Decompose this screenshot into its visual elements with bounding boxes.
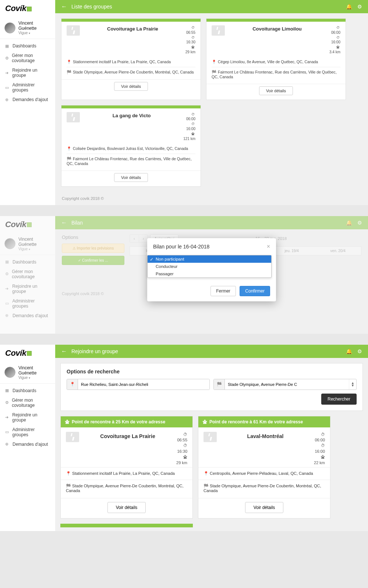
role-dropdown: Non participant Conducteur Passager xyxy=(147,255,272,278)
user-block[interactable]: Vincent Guénette Vigue xyxy=(0,17,55,39)
calendar-nav: ‹ › xyxy=(130,234,148,243)
group-card: Covoiturage Limoilou ⏱06:00 ⏱16:00 🛣 3.4… xyxy=(206,18,346,100)
user-sub[interactable]: Vigue xyxy=(18,376,51,380)
settings-icon: ⚙ xyxy=(357,220,362,226)
nav-join[interactable]: ➔Rejoindre un groupe xyxy=(0,410,55,425)
nav-dashboards[interactable]: ▦Dashboards xyxy=(0,386,55,395)
options-heading: Options xyxy=(62,234,124,240)
group-title: La gang de Victo xyxy=(84,112,179,141)
clock-icon: ⏱ xyxy=(329,25,340,30)
page-title: Rejoindre un groupe xyxy=(71,348,118,354)
prev-icon: ‹ xyxy=(130,235,139,242)
footer: Copyright covik 2018 © xyxy=(55,192,368,205)
close-icon[interactable]: × xyxy=(267,243,270,250)
user-sub[interactable]: Vigue xyxy=(18,31,51,35)
flag-icon: 🏁 xyxy=(66,484,71,488)
window-icon: ▭ xyxy=(5,85,9,90)
details-button[interactable]: Voir détails xyxy=(107,502,146,513)
pin-icon: 📍 xyxy=(67,146,71,151)
group-title: Covoiturage Limoilou xyxy=(229,25,325,55)
user-block: Vincent Guénette Vigue xyxy=(0,233,55,255)
clock-icon: ⏱ xyxy=(185,25,195,30)
nav-join: ➔Rejoindre un groupe xyxy=(0,282,55,296)
details-button[interactable]: Voir détails xyxy=(245,502,284,513)
option-passager[interactable]: Passager xyxy=(148,270,271,277)
pin-icon: 📍 xyxy=(66,471,71,476)
nav-admin[interactable]: ▭Administrer groupes xyxy=(0,425,55,440)
clock-icon: ⏱ xyxy=(314,432,325,437)
flag-icon: 🏁 xyxy=(67,70,71,74)
user-block[interactable]: Vincent Guénette Vigue xyxy=(0,362,55,383)
gear-icon: ⚙ xyxy=(5,400,9,405)
nav-manage[interactable]: ⚙Gérer mon covoiturage xyxy=(0,395,55,410)
option-non-participant[interactable]: Non participant xyxy=(148,255,271,263)
road-small-icon: 🛣 xyxy=(314,454,325,460)
pin-icon: 📍 xyxy=(204,471,209,476)
road-small-icon: 🛣 xyxy=(185,45,195,50)
road-small-icon: 🛣 xyxy=(203,419,207,424)
arrow-right-icon: ➔ xyxy=(5,71,9,75)
road-small-icon: 🛣 xyxy=(183,132,195,136)
plus-circle-icon: ⊕ xyxy=(5,97,10,102)
result-card-header: 🛣Point de rencontre à 25 Km de votre adr… xyxy=(61,416,192,427)
page-title: Bilan xyxy=(71,220,83,226)
nav-manage[interactable]: ⚙Gérer mon covoiturage xyxy=(0,51,55,65)
avatar xyxy=(4,238,15,249)
nav-dashboards: ▦Dashboards xyxy=(0,257,55,267)
confirm-button[interactable]: Confirmer xyxy=(240,286,270,296)
search-heading: Options de recherche xyxy=(67,369,357,374)
gear-icon: ⚙ xyxy=(5,56,9,61)
settings-icon[interactable]: ⚙ xyxy=(357,348,362,354)
back-icon[interactable]: ← xyxy=(61,348,67,355)
nav-requests[interactable]: ⊕Demandes d'ajout xyxy=(0,95,55,104)
group-title: Covoiturage La Prairie xyxy=(84,432,172,466)
option-conducteur[interactable]: Conducteur xyxy=(148,263,271,270)
brand-logo: Covík xyxy=(0,216,55,233)
nav-requests[interactable]: ⊕Demandes d'ajout xyxy=(0,440,55,449)
close-button[interactable]: Fermer xyxy=(210,286,236,296)
plus-circle-icon: ⊕ xyxy=(5,442,10,447)
back-icon: ← xyxy=(61,219,67,226)
avatar xyxy=(4,22,15,33)
clock-icon: ⏱ xyxy=(183,112,195,117)
nav-admin: ▭Administrer groupes xyxy=(0,296,55,311)
search-button[interactable]: Rechercher xyxy=(321,394,357,405)
search-panel: Options de recherche 📍 🏁 ▲▼ Rechercher xyxy=(60,363,363,411)
details-button[interactable]: Voir détails xyxy=(114,82,148,91)
confirm-week-button: ✓ Confirmer les ... xyxy=(62,256,124,265)
nav-admin[interactable]: ▭Administrer groupes xyxy=(0,80,55,95)
flag-icon: 🏁 xyxy=(204,484,209,488)
road-small-icon: 🛣 xyxy=(329,45,340,50)
flag-icon: 🏁 xyxy=(212,70,216,74)
group-card: La gang de Victo ⏱06:00 ⏱16:00 🛣 121 km … xyxy=(61,105,201,187)
back-icon[interactable]: ← xyxy=(61,3,67,10)
nav-join[interactable]: ➔Rejoindre un groupe xyxy=(0,65,55,80)
nav-dashboards[interactable]: ▦Dashboards xyxy=(0,41,55,51)
bilan-modal: Bilan pour le 16-04-2018 × ▲▼ Non partic… xyxy=(147,238,276,301)
grid-icon: ▦ xyxy=(5,44,10,49)
clock-icon: ⏱ xyxy=(314,443,325,448)
result-card-header: 🛣Point de rencontre à 61 Km de votre adr… xyxy=(198,416,330,427)
details-button[interactable]: Voir détails xyxy=(259,86,293,95)
bell-icon[interactable]: 🔔 xyxy=(346,4,352,10)
toolbar: ← Liste des groupes 🔔 ⚙ xyxy=(55,0,368,13)
clock-icon: ⏱ xyxy=(176,443,187,448)
origin-input[interactable] xyxy=(78,379,209,390)
result-card: 🛣Point de rencontre à 25 Km de votre adr… xyxy=(60,416,193,519)
group-title: Laval-Montréal xyxy=(221,432,309,466)
user-name: Vincent Guénette xyxy=(18,21,51,31)
select-arrows-icon[interactable]: ▲▼ xyxy=(349,379,356,390)
avatar xyxy=(4,367,15,378)
brand-logo: Covík xyxy=(0,345,55,362)
bell-icon[interactable]: 🔔 xyxy=(346,348,352,354)
details-button[interactable]: Voir détails xyxy=(114,173,148,182)
road-icon xyxy=(67,25,80,36)
next-icon: › xyxy=(139,235,148,242)
group-title: Covoiturage La Prairie xyxy=(84,25,181,55)
settings-icon[interactable]: ⚙ xyxy=(357,4,362,10)
pin-icon: 📍 xyxy=(212,60,216,64)
nav-requests: ⊕Demandes d'ajout xyxy=(0,311,55,320)
destination-input[interactable] xyxy=(225,379,349,390)
nav-manage: ⚙Gérer mon covoiturage xyxy=(0,267,55,282)
result-card: 🛣Point de rencontre à 61 Km de votre adr… xyxy=(198,416,330,519)
